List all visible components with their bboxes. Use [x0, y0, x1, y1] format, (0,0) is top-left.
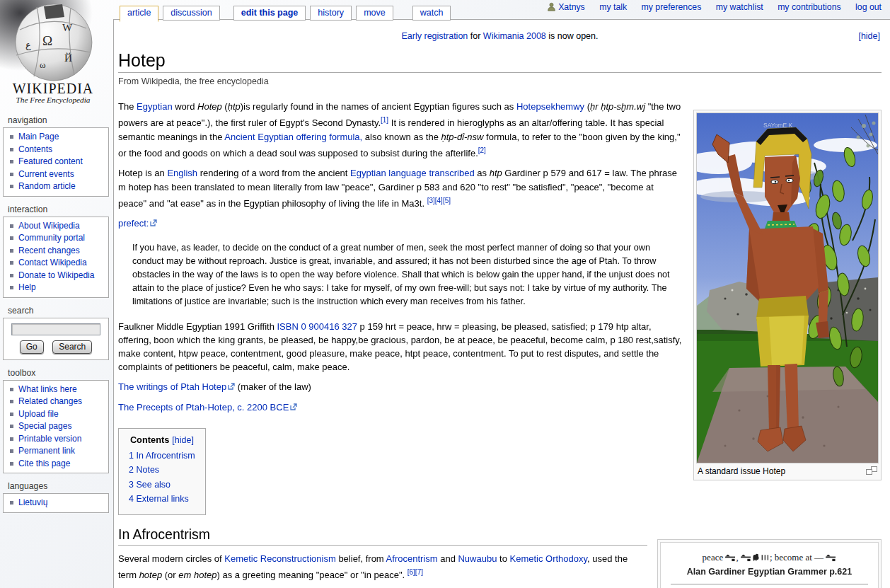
- sidebar-item-lietuviu: Lietuvių: [4, 497, 108, 509]
- portlet-title: toolbox: [8, 368, 113, 378]
- toc-item-notes[interactable]: 2 Notes: [129, 463, 195, 478]
- external-link[interactable]: prefect:: [118, 218, 149, 229]
- reference-link[interactable]: [6]: [408, 568, 415, 576]
- reference-link[interactable]: [1]: [381, 116, 388, 124]
- reference-link[interactable]: [2]: [478, 146, 486, 154]
- tab-discussion[interactable]: discussion: [163, 6, 219, 21]
- square-bullet-icon: [10, 274, 13, 277]
- sidebar-item-main-page: Main Page: [4, 131, 108, 144]
- recent-changes-link[interactable]: Recent changes: [18, 246, 80, 255]
- contact-wikipedia-link[interactable]: Contact Wikipedia: [18, 258, 87, 267]
- toc-item-see-also[interactable]: 3 See also: [129, 478, 195, 492]
- portlet-search: search Go Search: [0, 306, 113, 360]
- portlet-interaction: interaction About Wikipedia Community po…: [0, 204, 113, 298]
- site-notice-hide-link[interactable]: [hide]: [858, 31, 880, 41]
- related-changes-link[interactable]: Related changes: [18, 396, 82, 406]
- sidebar-item-random-article: Random article: [4, 180, 108, 193]
- wiki-link[interactable]: Early registration: [402, 31, 468, 41]
- reference-link[interactable]: [5]: [443, 197, 451, 204]
- square-bullet-icon: [10, 148, 13, 151]
- sidebar-item-special-pages: Special pages: [4, 420, 108, 433]
- contents-link[interactable]: Contents: [18, 144, 52, 154]
- wiki-link[interactable]: Afrocentrism: [386, 553, 438, 564]
- external-link-icon: [228, 381, 235, 392]
- main-page-link[interactable]: Main Page: [18, 132, 59, 142]
- toc-hide-link[interactable]: [hide]: [172, 435, 194, 445]
- my-talk-link[interactable]: my talk: [599, 2, 627, 12]
- permanent-link-link[interactable]: Permanent link: [18, 446, 75, 456]
- magnify-icon[interactable]: [866, 466, 877, 475]
- sidebar-item-recent-changes: Recent changes: [4, 245, 108, 258]
- gardiner-scan-image[interactable]: peace , ; become at — Alan Gardiner Egyp…: [660, 542, 879, 588]
- external-link[interactable]: The Precepts of Ptah-Hotep, c. 2200 BCE: [118, 402, 289, 413]
- reference-link[interactable]: [4]: [435, 197, 443, 204]
- reference-link[interactable]: [7]: [415, 568, 423, 576]
- tab-watch[interactable]: watch: [412, 6, 451, 21]
- site-notice: Early registration for Wikimania 2008 is…: [118, 20, 882, 42]
- wiki-link[interactable]: Hotepsekhemwy: [516, 101, 584, 112]
- scan-peace-line: peace , ; become at —: [668, 552, 871, 563]
- my-contributions-link[interactable]: my contributions: [778, 2, 841, 12]
- hotep-figure-thumbnail: SAYomE K A standard issue Hotep: [693, 110, 882, 480]
- sidebar-item-what-links-here: What links here: [4, 384, 108, 396]
- portlet-navigation: navigation Main Page Contents Featured c…: [0, 115, 113, 197]
- square-bullet-icon: [10, 437, 13, 441]
- personal-bar: Xatnys my talk my preferences my watchli…: [535, 2, 882, 13]
- wiki-link[interactable]: Kemetic Orthodoxy: [510, 553, 588, 564]
- section-heading-afrocentrism: In Afrocentrism: [118, 526, 647, 546]
- wiki-link[interactable]: Ancient Egyptian offering formula,: [224, 132, 362, 142]
- search-button[interactable]: Search: [52, 340, 92, 354]
- wikipedia-wordmark: WIKIPEDIA: [0, 81, 106, 97]
- sidebar-item-about: About Wikipedia: [4, 220, 108, 233]
- tab-move[interactable]: move: [356, 6, 393, 21]
- page-tabs: article discussion edit this page histor…: [120, 6, 455, 21]
- square-bullet-icon: [10, 160, 13, 163]
- wiki-link[interactable]: Egyptian language transcribed: [350, 168, 475, 178]
- tab-article[interactable]: article: [120, 6, 158, 22]
- wiki-link[interactable]: English: [167, 168, 197, 178]
- sidebar-item-current-events: Current events: [4, 168, 108, 181]
- thumbnail-caption: A standard issue Hotep: [696, 463, 879, 478]
- external-link[interactable]: The writings of Ptah Hotep: [118, 381, 226, 392]
- wiki-link[interactable]: Nuwaubu: [458, 553, 497, 564]
- svg-text:W: W: [62, 22, 73, 33]
- tab-history[interactable]: history: [310, 6, 352, 21]
- wiki-link[interactable]: Wikimania 2008: [483, 31, 546, 41]
- puzzle-globe-icon: Ω W Й ع ω: [6, 1, 102, 85]
- sidebar-item-permanent-link: Permanent link: [4, 445, 108, 458]
- toc-item-afrocentrism[interactable]: 1 In Afrocentrism: [129, 449, 195, 463]
- special-pages-link[interactable]: Special pages: [18, 421, 71, 431]
- what-links-here-link[interactable]: What links here: [18, 384, 77, 394]
- about-wikipedia-link[interactable]: About Wikipedia: [18, 221, 80, 231]
- upload-file-link[interactable]: Upload file: [18, 409, 59, 419]
- wikipedia-logo[interactable]: Ω W Й ع ω WIKIPEDIA The Free Encyclopedi…: [0, 0, 113, 108]
- wiki-link[interactable]: Egyptian: [137, 101, 173, 112]
- reference-link[interactable]: [3]: [427, 197, 435, 204]
- current-events-link[interactable]: Current events: [18, 169, 74, 179]
- my-watchlist-link[interactable]: my watchlist: [716, 2, 763, 12]
- square-bullet-icon: [10, 236, 13, 240]
- from-wikipedia-tagline: From Wikipedia, the free encyclopedia: [118, 76, 882, 86]
- username-link[interactable]: Xatnys: [547, 2, 585, 12]
- go-button[interactable]: Go: [20, 340, 44, 354]
- square-bullet-icon: [10, 286, 13, 289]
- svg-text:Ω: Ω: [42, 33, 52, 48]
- square-bullet-icon: [10, 449, 13, 453]
- printable-version-link[interactable]: Printable version: [18, 434, 81, 444]
- donate-link[interactable]: Donate to Wikipedia: [18, 270, 94, 280]
- featured-content-link[interactable]: Featured content: [18, 156, 83, 166]
- hotep-figure-image[interactable]: SAYomE K: [696, 113, 879, 463]
- random-article-link[interactable]: Random article: [18, 181, 76, 191]
- external-link-icon: [150, 218, 157, 229]
- wiki-link[interactable]: Kemetic Reconstructionism: [224, 553, 336, 564]
- language-lietuviu-link[interactable]: Lietuvių: [18, 497, 47, 507]
- tab-edit[interactable]: edit this page: [233, 6, 306, 21]
- search-input[interactable]: [11, 323, 100, 335]
- toc-item-external-links[interactable]: 4 External links: [129, 492, 195, 507]
- my-preferences-link[interactable]: my preferences: [642, 2, 702, 12]
- help-link[interactable]: Help: [18, 282, 36, 292]
- wiki-link[interactable]: ISBN 0 900416 327: [277, 321, 357, 332]
- cite-this-page-link[interactable]: Cite this page: [18, 459, 70, 468]
- log-out-link[interactable]: log out: [855, 2, 882, 12]
- community-portal-link[interactable]: Community portal: [18, 233, 85, 243]
